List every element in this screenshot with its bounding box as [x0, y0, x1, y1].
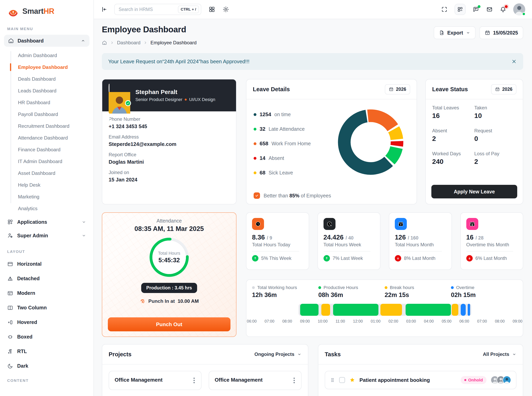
- sidebar-subitem-label: Attendance Dashboard: [18, 135, 68, 141]
- sidebar-item-dashboard[interactable]: Dashboard: [4, 35, 89, 47]
- legend-value: 68: [260, 170, 266, 176]
- field-value: +1 324 3453 545: [109, 123, 230, 129]
- timeline-tick: 10:00: [318, 319, 327, 324]
- topbar-right: [441, 3, 525, 15]
- search-input[interactable]: [119, 7, 178, 12]
- apps-grid-icon[interactable]: [208, 6, 215, 13]
- tasks-filter[interactable]: All Projects: [483, 351, 516, 357]
- stat-trend: 7% Last Week: [333, 256, 363, 261]
- sidebar-subitem-label: Employee Dashboard: [18, 64, 68, 70]
- sidebar-layout-label: Two Column: [17, 305, 47, 311]
- notifications-button[interactable]: [500, 6, 506, 13]
- fullscreen-icon[interactable]: [441, 6, 448, 13]
- timeline-segment: [321, 304, 330, 316]
- project-card[interactable]: Office Management: [209, 371, 301, 390]
- sidebar-layout-item[interactable]: Modern: [0, 286, 94, 300]
- notification-dot: [505, 5, 508, 8]
- chat-button[interactable]: [473, 6, 479, 13]
- legend-label: Absent: [269, 155, 284, 161]
- sidebar-subitem[interactable]: Analytics: [0, 203, 94, 214]
- timeline-legend-value: 12h 36m: [252, 291, 318, 299]
- search-box[interactable]: CTRL + /: [114, 4, 201, 15]
- sidebar-subitem[interactable]: Finance Dashboard: [0, 144, 94, 156]
- sidebar-layout-item[interactable]: Hovered: [0, 315, 94, 330]
- kebab-menu-icon[interactable]: [293, 377, 296, 384]
- leave-stat-value: 2: [432, 135, 474, 143]
- sidebar-subitem[interactable]: Deals Dashboard: [0, 73, 94, 85]
- stat-total: / 9: [267, 235, 272, 241]
- export-button[interactable]: Export: [434, 26, 475, 39]
- leave-legend: 1254 on time 32 Late Attendance 658: [254, 111, 311, 184]
- project-card[interactable]: Office Management: [109, 371, 201, 390]
- sidebar-subitem[interactable]: Marketing: [0, 191, 94, 203]
- sidebar-layout-item[interactable]: RTL: [0, 344, 94, 359]
- brand-logo[interactable]: SmartHR: [0, 0, 94, 20]
- calendar-star-icon: [466, 218, 478, 230]
- breadcrumb-home-icon[interactable]: [102, 40, 107, 45]
- projects-filter[interactable]: Ongoing Projects: [254, 351, 301, 357]
- leave-status-year: 2026: [502, 87, 512, 92]
- sidebar-subitem[interactable]: Payroll Dashboard: [0, 108, 94, 120]
- sidebar-subitem[interactable]: HR Dashboard: [0, 97, 94, 108]
- legend-dot: [252, 286, 255, 289]
- leave-details-year-button[interactable]: 2026: [385, 84, 410, 94]
- mail-icon[interactable]: [486, 6, 493, 13]
- assignee-avatar: [502, 376, 511, 384]
- sidebar-subitem-label: HR Dashboard: [18, 100, 50, 105]
- sidebar-layout-item[interactable]: Detached: [0, 271, 94, 286]
- sidebar-subitem[interactable]: Leads Dashboard: [0, 85, 94, 97]
- sidebar-subitem[interactable]: Help Desk: [0, 179, 94, 191]
- leave-status-title: Leave Status: [432, 86, 468, 93]
- settings-gear-icon[interactable]: [222, 6, 229, 13]
- kebab-menu-icon[interactable]: [193, 377, 195, 384]
- sidebar-subitem[interactable]: Recruitment Dashboard: [0, 120, 94, 132]
- sidebar-subitem[interactable]: IT Admin Dashboard: [0, 156, 94, 167]
- leave-stat: Absent 2: [432, 128, 474, 143]
- sidebar-layout-item[interactable]: Two Column: [0, 300, 94, 315]
- task-checkbox[interactable]: [339, 377, 345, 383]
- main-area: CTRL + /: [94, 0, 532, 396]
- leave-stat: Request 0: [474, 128, 516, 143]
- close-icon[interactable]: [511, 59, 517, 64]
- leave-donut-chart: [333, 105, 408, 179]
- timeline-legend-value: 08h 36m: [318, 291, 385, 299]
- timeline-tick: 02:00: [388, 319, 398, 324]
- dashboard-switch-button[interactable]: [455, 4, 466, 15]
- sidebar-layout-item[interactable]: Dark: [0, 359, 94, 373]
- timeline-segment: [380, 304, 402, 316]
- user-avatar[interactable]: [513, 3, 525, 15]
- leave-status-year-button[interactable]: 2026: [491, 84, 516, 94]
- drag-handle-icon[interactable]: [330, 377, 335, 383]
- sidebar-collapse-icon[interactable]: [101, 6, 108, 13]
- sidebar-layout-item[interactable]: Boxed: [0, 330, 94, 344]
- sidebar-subitem[interactable]: Attendance Dashboard: [0, 132, 94, 144]
- legend-dot: [451, 286, 454, 289]
- apply-new-leave-button[interactable]: Apply New Leave: [431, 185, 517, 198]
- sidebar-subitem-label: Finance Dashboard: [18, 147, 60, 152]
- breadcrumb-parent[interactable]: Dashboard: [117, 40, 140, 46]
- punch-out-button[interactable]: Punch Out: [108, 317, 231, 331]
- task-row[interactable]: Patient appointment booking Onhold: [325, 371, 516, 389]
- sidebar-subitem[interactable]: Employee Dashboard: [0, 61, 94, 73]
- arrow-up-icon: [324, 255, 330, 262]
- timeline-tick: 07:00: [477, 319, 487, 324]
- clock-icon: [252, 218, 264, 230]
- legend-value: 658: [260, 140, 268, 147]
- sidebar-subitem[interactable]: Asset Dashboard: [0, 167, 94, 179]
- star-icon[interactable]: [349, 377, 355, 383]
- stat-total: / 160: [408, 235, 418, 241]
- stat-card: 16 / 28 Overtime this Month 6% Last Mont…: [460, 212, 523, 270]
- sidebar-subitem[interactable]: Admin Dashboard: [0, 49, 94, 61]
- date-picker-button[interactable]: 15/05/2025: [479, 26, 523, 39]
- sidebar-subitem-label: Help Desk: [18, 182, 41, 188]
- sidebar-layout-item[interactable]: Horizontal: [0, 257, 94, 271]
- timeline-tick: 09:00: [513, 319, 522, 324]
- attendance-datetime: 08:35 AM, 11 Mar 2025: [102, 225, 236, 233]
- stat-value: 16: [466, 233, 474, 241]
- field-value: 15 Jan 2024: [109, 177, 230, 183]
- stat-total: / 28: [475, 235, 484, 241]
- leave-stat-label: Worked Days: [432, 151, 474, 157]
- timeline-segment: [333, 304, 378, 316]
- sidebar-menu-item[interactable]: Super Admin: [0, 229, 94, 242]
- sidebar-menu-item[interactable]: Applications: [0, 215, 94, 229]
